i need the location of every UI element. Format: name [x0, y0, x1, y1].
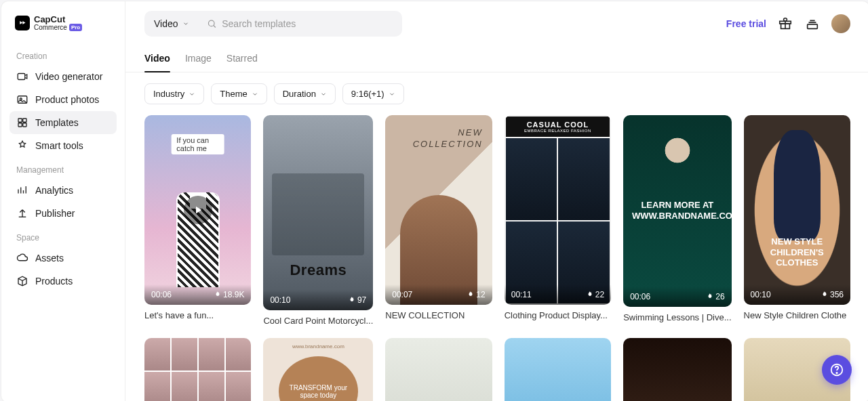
use-count: 12 [476, 290, 485, 299]
duration-badge: 00:11 [511, 290, 532, 299]
template-title: New Style Children Clothe [744, 310, 850, 320]
template-card: Dreams 00:1097 Cool Card Point Motorcycl… [263, 115, 373, 326]
tab-label: Starred [226, 53, 258, 64]
duration-badge: 00:06 [151, 290, 172, 299]
svg-rect-4 [23, 119, 26, 122]
overlay-text: NEWCOLLECTION [413, 127, 483, 150]
template-title: Clothing Product Display... [505, 310, 611, 320]
template-card: CASUAL COOLEMBRACE RELAXED FASHION 00:11… [505, 115, 611, 326]
template-thumbnail[interactable] [623, 338, 731, 401]
template-card [385, 338, 492, 401]
tabs: Video Image Starred [125, 46, 868, 72]
sidebar-item-products[interactable]: Products [9, 270, 117, 293]
overlay-text: LEARN MORE AT WWW.BRANDNAME.COM [632, 200, 723, 222]
filter-duration[interactable]: Duration [274, 83, 336, 104]
sidebar-item-product-photos[interactable]: Product photos [9, 88, 117, 111]
section-management: Management [9, 157, 117, 179]
flame-icon [820, 291, 828, 299]
template-thumbnail[interactable] [505, 338, 611, 401]
template-title: Cool Card Point Motorcycl... [263, 316, 373, 326]
duration-badge: 00:10 [270, 295, 290, 305]
assets-icon [16, 252, 28, 264]
free-trial-link[interactable]: Free trial [726, 18, 766, 29]
collections-button[interactable] [804, 16, 821, 32]
analytics-icon [16, 184, 28, 196]
publisher-icon [16, 207, 28, 219]
topbar: Video Free trial [125, 1, 868, 46]
pro-badge: Pro [69, 24, 82, 31]
search-type-dropdown[interactable]: Video [144, 11, 199, 37]
template-thumbnail[interactable]: LEARN MORE AT WWW.BRANDNAME.COM 00:0626 [623, 115, 731, 307]
gift-button[interactable] [777, 16, 793, 32]
main-content: Video Free trial Video Image Starred [125, 1, 868, 401]
overlay-url: www.brandname.com [263, 343, 373, 350]
filter-theme[interactable]: Theme [211, 83, 267, 104]
template-title: Let's have a fun... [144, 310, 251, 320]
filters: Industry Theme Duration 9:16(+1) [125, 72, 868, 112]
help-fab[interactable] [822, 355, 852, 385]
templates-icon [16, 117, 28, 129]
filter-label: Duration [283, 89, 316, 99]
template-card [144, 338, 251, 401]
sidebar-item-publisher[interactable]: Publisher [9, 202, 117, 225]
gift-icon [778, 16, 793, 31]
chevron-down-icon [189, 91, 195, 98]
overlay-text: Dreams [290, 261, 347, 279]
template-thumbnail[interactable] [144, 338, 251, 401]
template-thumbnail[interactable]: Dreams 00:1097 [263, 115, 373, 310]
template-thumbnail[interactable]: NEWCOLLECTION 00:0712 [385, 115, 492, 305]
brand-sub: Commerce [34, 24, 67, 31]
template-thumbnail[interactable]: CASUAL COOLEMBRACE RELAXED FASHION 00:11… [505, 115, 611, 305]
sidebar-item-label: Assets [35, 253, 64, 263]
use-count: 356 [830, 290, 844, 299]
svg-rect-0 [18, 74, 25, 80]
sidebar-item-label: Templates [35, 117, 79, 128]
template-thumbnail[interactable] [385, 338, 492, 401]
svg-point-12 [836, 373, 837, 373]
filter-industry[interactable]: Industry [144, 83, 204, 104]
sidebar-item-smart-tools[interactable]: Smart tools [9, 134, 117, 157]
tab-label: Video [144, 53, 170, 64]
chevron-down-icon [320, 91, 327, 98]
svg-rect-10 [808, 24, 818, 28]
tab-starred[interactable]: Starred [226, 46, 258, 72]
chevron-down-icon [252, 91, 258, 98]
svg-rect-3 [18, 119, 22, 122]
use-count: 26 [715, 292, 724, 301]
filter-label: 9:16(+1) [351, 89, 384, 99]
smart-tools-icon [16, 140, 28, 152]
sidebar-item-label: Publisher [35, 208, 75, 219]
sidebar-item-analytics[interactable]: Analytics [9, 179, 117, 202]
avatar[interactable] [831, 14, 850, 33]
overlay-text: CASUAL COOLEMBRACE RELAXED FASHION [506, 117, 610, 137]
filter-aspect[interactable]: 9:16(+1) [342, 83, 404, 104]
template-thumbnail[interactable]: www.brandname.comTRANSFORM your space to… [263, 338, 373, 401]
svg-rect-6 [23, 123, 26, 127]
brand-logo[interactable]: CapCut CommercePro [9, 12, 117, 43]
template-thumbnail[interactable]: NEW STYLE CHILDREN'S CLOTHES 00:10356 [744, 115, 850, 305]
overlay-text: NEW STYLE CHILDREN'S CLOTHES [752, 236, 842, 268]
svg-rect-5 [18, 123, 22, 127]
tab-image[interactable]: Image [185, 46, 212, 72]
filter-label: Industry [153, 89, 184, 99]
sidebar-item-templates[interactable]: Templates [9, 111, 117, 134]
sidebar-item-video-generator[interactable]: Video generator [9, 65, 117, 88]
products-icon [16, 275, 28, 287]
sidebar-item-label: Smart tools [35, 140, 83, 151]
tab-video[interactable]: Video [144, 46, 170, 72]
template-thumbnail[interactable]: If you can catch me 00:0618.9K [144, 115, 251, 305]
brand-name: CapCut [34, 15, 82, 24]
template-grid: If you can catch me 00:0618.9K Let's hav… [125, 112, 868, 401]
duration-badge: 00:06 [630, 292, 650, 301]
search-input[interactable] [222, 18, 394, 29]
use-count: 22 [595, 290, 604, 299]
sidebar-item-assets[interactable]: Assets [9, 247, 117, 270]
search-group: Video [144, 11, 402, 37]
search-icon [207, 18, 217, 29]
play-icon [184, 196, 212, 224]
template-card: NEWCOLLECTION 00:0712 NEW COLLECTION [385, 115, 492, 326]
svg-point-7 [208, 20, 214, 26]
section-space: Space [9, 225, 117, 247]
use-count: 18.9K [223, 290, 244, 299]
sidebar-item-label: Product photos [35, 94, 99, 105]
